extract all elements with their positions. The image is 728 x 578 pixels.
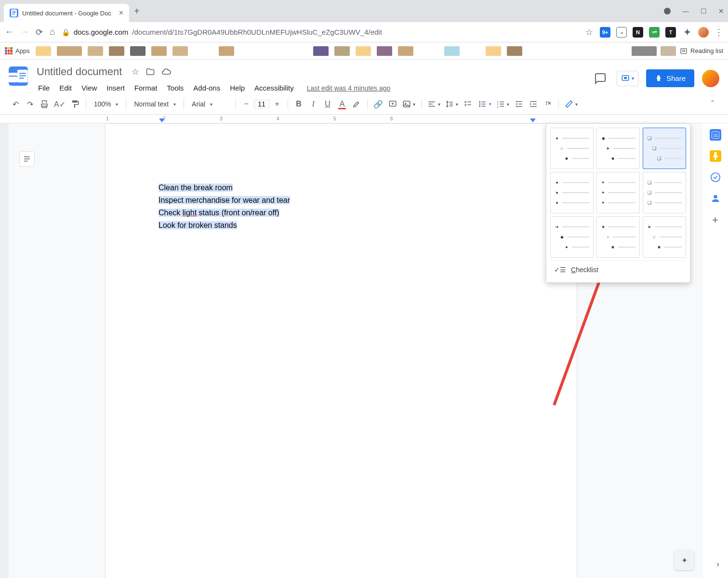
menu-insert[interactable]: Insert xyxy=(102,82,129,94)
spellcheck-button[interactable]: A✓ xyxy=(52,97,67,111)
reload-button[interactable]: ⟳ xyxy=(36,27,43,38)
document-title[interactable]: Untitled document xyxy=(34,65,125,79)
bullet-style-option-8[interactable]: ★ ○ ■ xyxy=(596,216,640,258)
undo-button[interactable]: ↶ xyxy=(9,97,22,111)
bold-button[interactable]: B xyxy=(292,97,305,111)
collapse-toolbar-button[interactable]: ˆ xyxy=(706,97,719,111)
new-tab-button[interactable]: + xyxy=(134,6,140,17)
bullet-style-option-7[interactable]: ➔ ◆ ● xyxy=(550,216,594,258)
numbered-list-button[interactable]: 123 xyxy=(494,97,511,111)
explore-button[interactable]: ✦ xyxy=(674,550,694,570)
docs-home-icon[interactable] xyxy=(9,66,28,86)
menu-addons[interactable]: Add-ons xyxy=(189,82,225,94)
text-color-button[interactable]: A xyxy=(335,97,349,111)
bookmark-folder-1[interactable] xyxy=(36,46,51,56)
pocket-icon[interactable]: ⌄ xyxy=(616,27,627,38)
keep-sidebar-icon[interactable] xyxy=(710,150,721,162)
underline-button[interactable]: U xyxy=(321,97,334,111)
highlight-button[interactable] xyxy=(350,97,363,111)
insert-link-button[interactable]: 🔗 xyxy=(371,97,385,111)
document-text-line[interactable]: Look for broken stands xyxy=(159,221,237,229)
menu-view[interactable]: View xyxy=(77,82,101,94)
present-button[interactable]: ▾ xyxy=(617,71,638,86)
document-page[interactable]: Clean the break room Inspect merchandise… xyxy=(105,123,577,578)
profile-avatar-small[interactable] xyxy=(698,27,709,38)
bookmark-folder-13[interactable] xyxy=(398,46,413,56)
line-spacing-button[interactable] xyxy=(443,97,460,111)
menu-accessibility[interactable]: Accessibility xyxy=(250,82,298,94)
comments-icon[interactable] xyxy=(592,70,609,87)
contacts-sidebar-icon[interactable] xyxy=(710,193,721,204)
menu-format[interactable]: Format xyxy=(130,82,162,94)
bullet-style-option-5[interactable]: ✦ ✦ ✦ xyxy=(596,172,640,213)
minimize-button[interactable]: — xyxy=(682,7,689,15)
calendar-sidebar-icon[interactable]: 31 xyxy=(710,129,721,141)
show-outline-button[interactable] xyxy=(19,151,35,167)
bullet-style-option-3[interactable]: ❑ ❑ ❑ xyxy=(643,128,686,169)
bookmark-folder-14[interactable] xyxy=(444,46,460,56)
expand-side-panel-button[interactable]: › xyxy=(716,559,719,569)
add-sidebar-addon-button[interactable]: + xyxy=(712,214,718,226)
increase-font-button[interactable]: + xyxy=(270,97,284,111)
star-document-icon[interactable]: ☆ xyxy=(132,66,139,77)
bullet-style-option-2[interactable]: ◆ ➤ ■ xyxy=(596,128,640,169)
insert-image-button[interactable] xyxy=(400,97,417,111)
bookmark-folder-8[interactable] xyxy=(219,46,234,56)
tab-close-icon[interactable]: × xyxy=(119,9,123,17)
last-edit-link[interactable]: Last edit was 4 minutes ago xyxy=(307,84,391,92)
font-family-dropdown[interactable]: Arial xyxy=(188,100,231,108)
italic-button[interactable]: I xyxy=(306,97,320,111)
document-text-line[interactable]: Inspect merchandise for wear and tear xyxy=(159,196,290,204)
bulleted-list-dropdown-arrow[interactable]: ▾ xyxy=(489,102,493,106)
horizontal-ruler[interactable]: 1 2 3 4 5 6 xyxy=(0,115,728,123)
vertical-ruler[interactable] xyxy=(0,123,9,578)
bookmark-folder-17[interactable] xyxy=(632,46,657,56)
document-text-line[interactable]: Clean the break room xyxy=(159,184,233,192)
bookmark-folder-9[interactable] xyxy=(313,46,329,56)
bookmark-folder-11[interactable] xyxy=(356,46,371,56)
share-button[interactable]: Share xyxy=(646,69,694,87)
checklist-button[interactable] xyxy=(461,97,475,111)
menu-tools[interactable]: Tools xyxy=(162,82,188,94)
close-window-button[interactable]: ✕ xyxy=(718,7,724,15)
ruler-indent-marker-left[interactable] xyxy=(159,118,165,122)
extensions-puzzle-icon[interactable]: ✦ xyxy=(682,27,692,38)
bookmark-folder-3[interactable] xyxy=(88,46,103,56)
decrease-indent-button[interactable] xyxy=(512,97,526,111)
zoom-dropdown[interactable]: 100% xyxy=(90,100,122,108)
bulleted-list-button[interactable] xyxy=(476,97,489,111)
apps-shortcut[interactable]: Apps xyxy=(5,47,30,55)
menu-edit[interactable]: Edit xyxy=(55,82,76,94)
bookmark-folder-15[interactable] xyxy=(486,46,501,56)
paragraph-style-dropdown[interactable]: Normal text xyxy=(130,100,180,108)
back-button[interactable]: ← xyxy=(5,27,13,37)
extension-icon-off[interactable]: off xyxy=(649,27,660,38)
bullet-style-option-1[interactable]: ● ○ ■ xyxy=(550,128,594,169)
bullet-style-option-6[interactable]: ❑ ❑ ❑ xyxy=(643,172,686,213)
reading-list-icon[interactable]: Reading list xyxy=(680,47,723,55)
redo-button[interactable]: ↷ xyxy=(23,97,37,111)
maximize-button[interactable]: ☐ xyxy=(701,7,707,15)
move-document-icon[interactable] xyxy=(146,67,155,76)
print-button[interactable] xyxy=(38,97,51,111)
ruler-indent-marker-right[interactable] xyxy=(530,118,536,122)
cloud-status-icon[interactable] xyxy=(161,67,171,77)
bookmark-folder-4[interactable] xyxy=(109,46,124,56)
document-text-line[interactable]: Check light status (front on/rear off) xyxy=(159,209,279,217)
bookmark-folder-16[interactable] xyxy=(507,46,522,56)
profile-indicator-icon[interactable] xyxy=(664,8,671,14)
extension-icon-1[interactable]: 9+ xyxy=(600,27,610,38)
align-button[interactable] xyxy=(425,97,442,111)
tasks-sidebar-icon[interactable] xyxy=(710,171,721,183)
home-button[interactable]: ⌂ xyxy=(50,27,55,37)
font-size-input[interactable]: 11 xyxy=(254,100,269,108)
bookmark-folder-6[interactable] xyxy=(151,46,167,56)
bookmark-folder-2[interactable] xyxy=(57,46,82,56)
increase-indent-button[interactable] xyxy=(527,97,540,111)
bullet-style-option-9[interactable]: ➤ ○ ■ xyxy=(643,216,686,258)
forward-button[interactable]: → xyxy=(20,27,29,37)
browser-tab[interactable]: Untitled document - Google Doc × xyxy=(4,4,129,22)
decrease-font-button[interactable]: − xyxy=(239,97,253,111)
menu-help[interactable]: Help xyxy=(225,82,249,94)
checklist-menu-item[interactable]: ✓☰ Checklist xyxy=(550,261,686,278)
